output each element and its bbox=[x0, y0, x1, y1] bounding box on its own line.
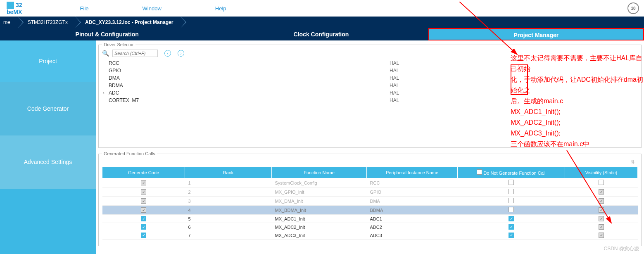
checkbox-on[interactable]: ✓ bbox=[141, 216, 146, 221]
th-do-not-generate[interactable]: Do Not Generate Function Call bbox=[458, 167, 565, 178]
checkbox-off[interactable] bbox=[599, 180, 604, 185]
next-match-icon[interactable]: › bbox=[178, 50, 184, 57]
table-toolbar[interactable]: ⇅ bbox=[102, 158, 638, 166]
annotation-text: 这里不太记得需要不需要，主要不让HAL库自己初始 化，手动添加代码，让ADC初始… bbox=[511, 53, 644, 150]
content-area: Driver Selector 🔍 ‹ › RCCHALGPIOHALDMAHA… bbox=[96, 40, 644, 254]
cube-icon bbox=[7, 2, 14, 9]
checkbox-disabled: ✓ bbox=[599, 216, 604, 221]
watermark: CSDN @愈心凌 bbox=[604, 245, 639, 252]
sidebar-item-advanced-settings[interactable]: Advanced Settings bbox=[0, 135, 96, 189]
generated-calls-table: Generate Code Rank Function Name Periphe… bbox=[102, 166, 638, 240]
th-function[interactable]: Function Name bbox=[272, 167, 367, 178]
generated-calls-legend: Generated Function Calls bbox=[102, 151, 157, 156]
checkbox-on[interactable]: ✓ bbox=[141, 233, 146, 238]
checkbox-disabled: ✓ bbox=[141, 198, 146, 204]
menu-bar: 32beMX File Window Help 10 bbox=[0, 0, 644, 17]
table-row[interactable]: ✓1SystemClock_ConfigRCC bbox=[102, 178, 638, 188]
main-tabs: Pinout & Configuration Clock Configurati… bbox=[0, 28, 644, 40]
search-input[interactable] bbox=[112, 50, 158, 57]
logo: 32beMX bbox=[7, 2, 22, 15]
checkbox-off[interactable] bbox=[509, 207, 514, 212]
checkbox-off[interactable] bbox=[509, 180, 514, 185]
table-row[interactable]: ✓5MX_ADC1_InitADC1✓✓ bbox=[102, 215, 638, 223]
generated-calls-group: Generated Function Calls ⇅ Generate Code… bbox=[98, 151, 642, 246]
driver-selector-legend: Driver Selector bbox=[102, 42, 135, 47]
th-rank[interactable]: Rank bbox=[185, 167, 272, 178]
sidebar-item-project[interactable]: Project bbox=[0, 40, 96, 82]
tab-pinout[interactable]: Pinout & Configuration bbox=[0, 28, 214, 40]
search-icon[interactable]: 🔍 bbox=[102, 50, 109, 57]
checkbox-disabled: ✓ bbox=[599, 224, 604, 230]
checkbox-disabled: ✓ bbox=[141, 189, 146, 195]
menu-window[interactable]: Window bbox=[143, 5, 162, 12]
th-peripheral[interactable]: Peripheral Instance Name bbox=[367, 167, 458, 178]
checkbox-on[interactable]: ✓ bbox=[141, 224, 146, 230]
crumb-chip[interactable]: STM32H723ZGTx bbox=[18, 17, 75, 28]
table-row[interactable]: ✓4MX_BDMA_InitBDMA✓ bbox=[102, 206, 638, 215]
crumb-project[interactable]: ADC_XY23.3.12.ioc - Project Manager bbox=[75, 17, 181, 28]
checkbox-disabled: ✓ bbox=[599, 198, 604, 204]
chevron-right-icon[interactable]: › bbox=[103, 89, 105, 97]
checkbox-on[interactable]: ✓ bbox=[509, 233, 514, 238]
breadcrumb: me STM32H723ZGTx ADC_XY23.3.12.ioc - Pro… bbox=[0, 17, 644, 28]
checkbox-off[interactable] bbox=[509, 198, 514, 203]
sidebar-item-code-generator[interactable]: Code Generator bbox=[0, 82, 96, 135]
checkbox-disabled: ✓ bbox=[599, 189, 604, 195]
crumb-home[interactable]: me bbox=[0, 17, 18, 28]
sidebar: Project Code Generator Advanced Settings bbox=[0, 40, 96, 254]
menu-file[interactable]: File bbox=[80, 5, 89, 12]
checkbox-disabled: ✓ bbox=[599, 233, 604, 238]
table-row[interactable]: ✓6MX_ADC2_InitADC2✓✓ bbox=[102, 223, 638, 231]
checkbox-on[interactable]: ✓ bbox=[509, 216, 514, 221]
anniversary-badge-icon: 10 bbox=[627, 2, 639, 14]
table-row[interactable]: ✓7MX_ADC3_InitADC3✓✓ bbox=[102, 231, 638, 240]
tab-project-manager[interactable]: Project Manager bbox=[428, 28, 644, 40]
table-row[interactable]: ✓3MX_DMA_InitDMA✓ bbox=[102, 197, 638, 206]
checkbox-disabled: ✓ bbox=[141, 180, 146, 185]
tab-clock[interactable]: Clock Configuration bbox=[214, 28, 428, 40]
header-checkbox[interactable] bbox=[477, 169, 482, 175]
table-row[interactable]: ✓2MX_GPIO_InitGPIO✓ bbox=[102, 188, 638, 197]
checkbox-on[interactable]: ✓ bbox=[509, 224, 514, 230]
prev-match-icon[interactable]: ‹ bbox=[164, 50, 171, 57]
checkbox-off[interactable] bbox=[509, 189, 514, 194]
checkbox-disabled: ✓ bbox=[141, 207, 146, 213]
th-generate[interactable]: Generate Code bbox=[102, 167, 185, 178]
th-visibility[interactable]: Visibility (Static) bbox=[565, 167, 638, 178]
checkbox-disabled: ✓ bbox=[599, 207, 604, 213]
menu-help[interactable]: Help bbox=[215, 5, 226, 12]
